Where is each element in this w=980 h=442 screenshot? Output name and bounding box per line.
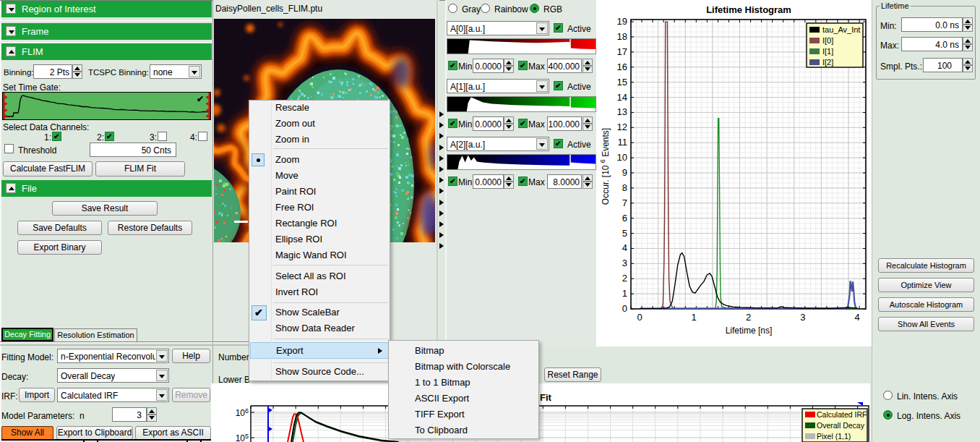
svg-text:11: 11 [618, 137, 628, 148]
svg-text:9: 9 [622, 167, 627, 178]
svg-text:I[1]: I[1] [822, 47, 833, 56]
svg-text:7: 7 [622, 197, 627, 208]
svg-text:2: 2 [746, 312, 751, 323]
svg-text:12: 12 [617, 122, 627, 132]
svg-text:0: 0 [622, 303, 627, 314]
svg-text:1: 1 [692, 312, 697, 323]
svg-text:16: 16 [617, 61, 627, 72]
svg-text:6: 6 [622, 213, 627, 224]
svg-text:15: 15 [617, 77, 627, 88]
svg-text:I[0]: I[0] [822, 36, 833, 45]
svg-text:✔: ✔ [197, 94, 204, 104]
svg-text:19: 19 [617, 16, 627, 27]
svg-text:Occur. [10 6 Events]: Occur. [10 6 Events] [599, 128, 611, 205]
svg-text:I[2]: I[2] [822, 58, 833, 67]
svg-text:tau_Av_Int: tau_Av_Int [822, 25, 860, 34]
svg-text:Overall Decay: Overall Decay [817, 421, 865, 430]
svg-text:5: 5 [622, 228, 627, 239]
svg-text:18: 18 [617, 31, 627, 42]
svg-text:Fit: Fit [540, 392, 552, 403]
svg-text:1: 1 [622, 288, 627, 299]
svg-text:8: 8 [622, 182, 627, 193]
svg-text:4: 4 [622, 242, 627, 253]
svg-text:13: 13 [617, 106, 627, 117]
svg-text:Calculated IRF: Calculated IRF [817, 410, 867, 419]
svg-text:2: 2 [622, 273, 627, 284]
svg-text:Pixel (1,1): Pixel (1,1) [817, 432, 851, 441]
svg-text:14: 14 [617, 92, 627, 103]
svg-text:Lifetime [ns]: Lifetime [ns] [726, 326, 773, 336]
svg-text:3: 3 [622, 258, 627, 268]
svg-text:17: 17 [617, 46, 627, 57]
svg-text:Lifetime Histogram: Lifetime Histogram [706, 4, 791, 15]
svg-text:4: 4 [854, 312, 859, 323]
svg-text:3: 3 [800, 312, 805, 323]
svg-text:10: 10 [617, 152, 627, 163]
svg-text:0: 0 [637, 312, 642, 323]
